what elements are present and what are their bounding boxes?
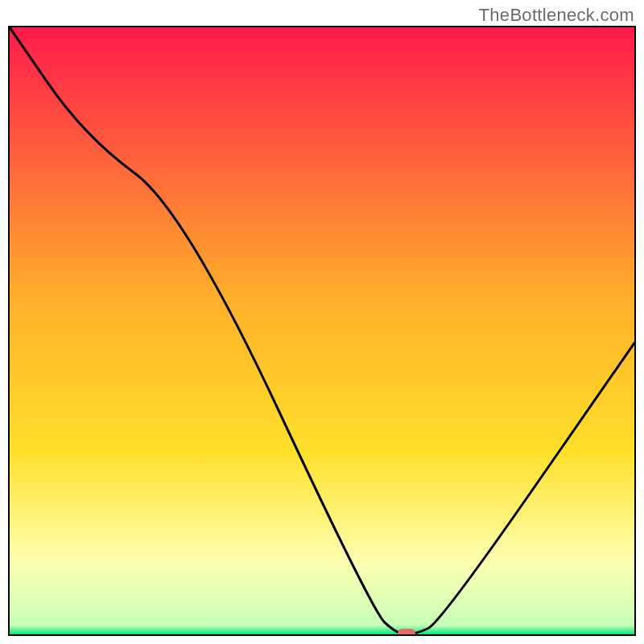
watermark-text: TheBottleneck.com: [479, 5, 634, 26]
optimum-marker: [398, 629, 415, 636]
bottleneck-curve: [10, 27, 634, 634]
chart-stage: TheBottleneck.com: [0, 0, 644, 644]
plot-area: [8, 26, 636, 636]
curve-path: [10, 27, 634, 634]
